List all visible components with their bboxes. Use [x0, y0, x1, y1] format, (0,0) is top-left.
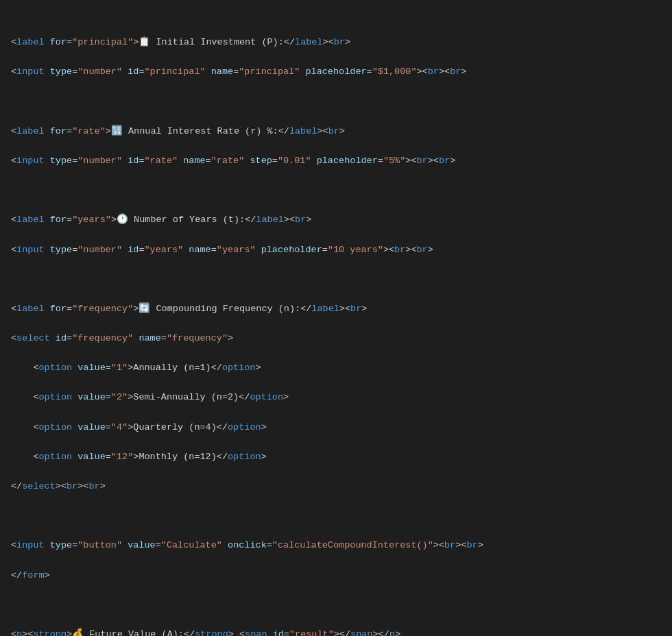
code-content: <label for="principal">📋 Initial Investm…: [0, 0, 672, 636]
line-2: <input type="number" id="principal" name…: [11, 64, 661, 80]
line-blank-4: [11, 509, 661, 524]
line-21: <p><strong>💰 Future Value (A):</strong> …: [11, 627, 661, 636]
line-5: <input type="number" id="rate" name="rat…: [11, 154, 661, 169]
line-11: <select id="frequency" name="frequency">: [11, 331, 661, 346]
line-13: <option value="2">Semi-Annually (n=2)</o…: [11, 390, 661, 405]
line-7: <label for="years">🕐 Number of Years (t)…: [11, 212, 661, 228]
line-16: </select><br><br>: [11, 479, 661, 494]
line-blank-3: [11, 272, 661, 287]
code-editor: <label for="principal">📋 Initial Investm…: [0, 0, 672, 636]
line-blank-2: [11, 183, 661, 198]
line-blank-1: [11, 95, 661, 110]
line-8: <input type="number" id="years" name="ye…: [11, 243, 661, 258]
line-10: <label for="frequency">🔄 Compounding Fre…: [11, 302, 661, 317]
line-blank-5: [11, 598, 661, 613]
line-18: <input type="button" value="Calculate" o…: [11, 538, 661, 553]
line-4: <label for="rate">🔢 Annual Interest Rate…: [11, 124, 661, 139]
line-14: <option value="4">Quarterly (n=4)</optio…: [11, 420, 661, 435]
line-19: </form>: [11, 568, 661, 583]
line-15: <option value="12">Monthly (n=12)</optio…: [11, 450, 661, 465]
line-12: <option value="1">Annually (n=1)</option…: [11, 360, 661, 376]
line-1: <label for="principal">📋 Initial Investm…: [11, 35, 661, 50]
